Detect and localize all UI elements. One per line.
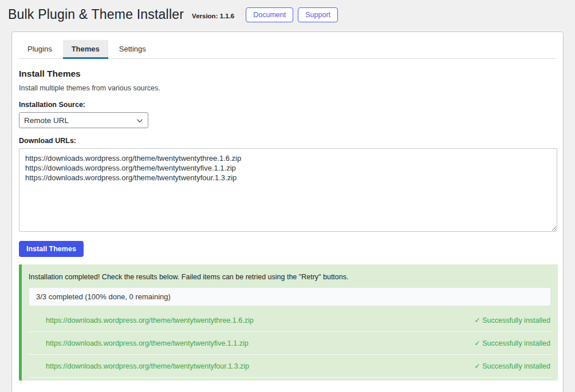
tab-bar: Plugins Themes Settings bbox=[19, 40, 556, 59]
results-panel: Installation completed! Check the result… bbox=[19, 264, 558, 381]
progress-bar: 3/3 completed (100% done, 0 remaining) bbox=[29, 287, 551, 306]
result-url: https://downloads.wordpress.org/theme/tw… bbox=[46, 362, 249, 370]
installation-source-select[interactable]: Remote URL bbox=[19, 112, 148, 128]
result-url: https://downloads.wordpress.org/theme/tw… bbox=[46, 316, 254, 324]
download-urls-textarea[interactable]: https://downloads.wordpress.org/theme/tw… bbox=[19, 148, 557, 232]
page-title: Bulk Plugin & Theme Installer bbox=[8, 7, 184, 22]
download-urls-label: Download URLs: bbox=[19, 137, 556, 145]
results-list: https://downloads.wordpress.org/theme/tw… bbox=[29, 309, 551, 378]
install-themes-button[interactable]: Install Themes bbox=[19, 241, 84, 257]
results-message: Installation completed! Check the result… bbox=[29, 273, 551, 281]
result-status: ✓ Successfully installed bbox=[474, 362, 550, 370]
result-row: https://downloads.wordpress.org/theme/tw… bbox=[29, 332, 551, 355]
section-heading: Install Themes bbox=[19, 69, 556, 79]
tab-themes[interactable]: Themes bbox=[63, 40, 108, 59]
tab-settings[interactable]: Settings bbox=[111, 40, 155, 59]
result-status: ✓ Successfully installed bbox=[474, 339, 550, 347]
section-description: Install multiple themes from various sou… bbox=[19, 84, 556, 92]
result-status: ✓ Successfully installed bbox=[474, 316, 550, 324]
document-button[interactable]: Document bbox=[246, 7, 293, 22]
result-row: https://downloads.wordpress.org/theme/tw… bbox=[29, 309, 551, 332]
tab-plugins[interactable]: Plugins bbox=[19, 40, 61, 59]
page-header: Bulk Plugin & Theme Installer Version: 1… bbox=[0, 0, 575, 27]
support-button[interactable]: Support bbox=[298, 7, 338, 22]
header-buttons: Document Support bbox=[246, 7, 338, 22]
result-row: https://downloads.wordpress.org/theme/tw… bbox=[29, 355, 551, 378]
main-card: Plugins Themes Settings Install Themes I… bbox=[11, 31, 564, 392]
version-label: Version: 1.1.6 bbox=[192, 13, 234, 19]
installation-source-select-wrap: Remote URL bbox=[19, 112, 148, 128]
result-url: https://downloads.wordpress.org/theme/tw… bbox=[46, 339, 249, 347]
installation-source-label: Installation Source: bbox=[19, 101, 556, 109]
progress-text: 3/3 completed (100% done, 0 remaining) bbox=[36, 292, 171, 301]
